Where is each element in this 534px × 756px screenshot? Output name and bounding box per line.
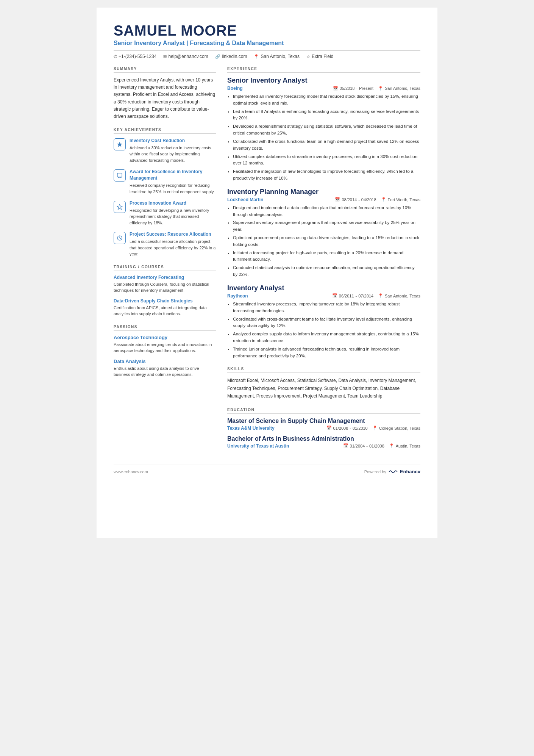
skills-section-title: SKILLS [227, 367, 420, 373]
cal-icon-edu-2: 📅 [343, 443, 348, 448]
contact-linkedin: 🔗 linkedin.com [215, 54, 247, 59]
footer-url: www.enhancv.com [114, 470, 148, 474]
enhancv-logo-icon [388, 469, 398, 475]
achievement-title-3: Process Innovation Award [130, 200, 216, 207]
bullet-1-2: Led a team of 8 Analysts in enhancing fo… [233, 108, 420, 122]
passion-title-2: Data Analysis [114, 358, 216, 364]
skills-text: Microsoft Excel, Microsoft Access, Stati… [227, 377, 420, 400]
right-column: EXPERIENCE Senior Inventory Analyst Boei… [227, 67, 420, 453]
cal-icon-3: 📅 [332, 293, 337, 298]
resume-header: SAMUEL MOORE Senior Inventory Analyst | … [114, 23, 420, 59]
job-bullets-2: Designed and implemented a data collecti… [233, 205, 420, 278]
edu-location-2: 📍 Austin, Texas [389, 443, 420, 448]
contact-extra: ☆ Extra Field [306, 54, 333, 59]
achievement-content-3: Process Innovation Award Recognized for … [130, 200, 216, 226]
candidate-title: Senior Inventory Analyst | Forecasting &… [114, 40, 420, 47]
edu-meta-1: Texas A&M University 📅 01/2008 - 01/2010… [227, 426, 420, 431]
job-company-1: Boeing [227, 86, 243, 91]
bullet-2-3: Optimized procurement process using data… [233, 235, 420, 248]
edu-item-2: Bachelor of Arts in Business Administrat… [227, 435, 420, 449]
achievement-title-1: Inventory Cost Reduction [130, 138, 216, 144]
job-bullets-3: Streamlined inventory processes, improvi… [233, 301, 420, 360]
cal-icon-1: 📅 [333, 86, 338, 91]
email-icon: ✉ [163, 54, 167, 59]
bullet-3-2: Coordinated with cross-department teams … [233, 316, 420, 330]
training-section-title: TRAINING / COURSES [114, 265, 216, 271]
edu-school-1: Texas A&M University [227, 426, 275, 431]
job-title-1: Senior Inventory Analyst [227, 77, 420, 85]
experience-section-title: EXPERIENCE [227, 67, 420, 73]
pin-icon-2: 📍 [381, 197, 386, 202]
footer-powered: Powered by Enhancv [364, 469, 420, 475]
edu-dates-location-1: 📅 01/2008 - 01/2010 📍 College Station, T… [326, 426, 420, 430]
job-dates-location-3: 📅 06/2011 - 07/2014 📍 San Antonio, Texas [332, 293, 420, 298]
passion-title-1: Aerospace Technology [114, 335, 216, 340]
candidate-name: SAMUEL MOORE [114, 23, 420, 39]
contact-bar: ✆ +1-(234)-555-1234 ✉ help@enhancv.com 🔗… [114, 50, 420, 59]
svg-marker-0 [117, 142, 122, 147]
star-icon: ☆ [306, 54, 310, 59]
job-title-3: Inventory Analyst [227, 284, 420, 292]
phone-icon: ✆ [114, 54, 117, 59]
passions-section-title: PASSIONS [114, 325, 216, 331]
edu-date-1: 📅 01/2008 - 01/2010 [326, 426, 368, 430]
pin-icon-edu-2: 📍 [389, 443, 394, 448]
edu-degree-2: Bachelor of Arts in Business Administrat… [227, 435, 420, 442]
bullet-1-6: Facilitated the integration of new techn… [233, 168, 420, 182]
contact-location: 📍 San Antonio, Texas [254, 54, 300, 59]
achievement-title-4: Project Success: Resource Allocation [130, 231, 216, 238]
job-company-2: Lockheed Martin [227, 197, 263, 202]
achievement-item-3: Process Innovation Award Recognized for … [114, 200, 216, 226]
edu-location-1: 📍 College Station, Texas [372, 426, 420, 430]
course-title-2: Data-Driven Supply Chain Strategies [114, 298, 216, 304]
achievement-content-4: Project Success: Resource Allocation Led… [130, 231, 216, 257]
bullet-1-1: Implemented an inventory forecasting mod… [233, 93, 420, 107]
edu-item-1: Master of Science in Supply Chain Manage… [227, 418, 420, 431]
svg-line-8 [120, 238, 121, 239]
achievement-icon-1 [114, 138, 126, 150]
achievement-icon-3 [114, 201, 126, 213]
contact-email: ✉ help@enhancv.com [163, 54, 208, 59]
job-3: Inventory Analyst Raytheon 📅 06/2011 - 0… [227, 284, 420, 360]
pin-icon-1: 📍 [378, 86, 383, 91]
location-icon: 📍 [254, 54, 259, 59]
job-meta-3: Raytheon 📅 06/2011 - 07/2014 📍 San Anton… [227, 293, 420, 299]
job-meta-2: Lockheed Martin 📅 08/2014 - 04/2018 📍 Fo… [227, 197, 420, 202]
summary-section-title: SUMMARY [114, 67, 216, 73]
achievement-content-1: Inventory Cost Reduction Achieved a 30% … [130, 138, 216, 163]
pin-icon-3: 📍 [378, 293, 383, 298]
svg-marker-5 [117, 204, 122, 210]
job-location-3: 📍 San Antonio, Texas [378, 293, 420, 298]
edu-degree-1: Master of Science in Supply Chain Manage… [227, 418, 420, 424]
achievement-desc-3: Recognized for developing a new inventor… [130, 207, 216, 226]
job-dates-location-2: 📅 08/2014 - 04/2018 📍 Fort Worth, Texas [335, 197, 420, 202]
bullet-1-5: Utilized complex databases to streamline… [233, 153, 420, 167]
achievement-desc-2: Received company recognition for reducin… [130, 182, 216, 195]
contact-phone: ✆ +1-(234)-555-1234 [114, 54, 156, 59]
brand-name: Enhancv [400, 469, 420, 474]
job-company-3: Raytheon [227, 293, 248, 299]
job-location-1: 📍 San Antonio, Texas [378, 86, 420, 91]
passion-desc-1: Passionate about emerging trends and inn… [114, 341, 216, 354]
cal-icon-edu-1: 📅 [326, 426, 332, 430]
achievement-item-4: Project Success: Resource Allocation Led… [114, 231, 216, 257]
achievement-item-2: Award for Excellence in Inventory Manage… [114, 169, 216, 195]
resume-document: SAMUEL MOORE Senior Inventory Analyst | … [97, 8, 437, 538]
job-dates-location-1: 📅 05/2018 - Present 📍 San Antonio, Texas [333, 86, 420, 91]
course-title-1: Advanced Inventory Forecasting [114, 275, 216, 280]
job-location-2: 📍 Fort Worth, Texas [381, 197, 420, 202]
bullet-2-5: Conducted statistical analysis to optimi… [233, 265, 420, 278]
achievement-item-1: Inventory Cost Reduction Achieved a 30% … [114, 138, 216, 163]
job-1: Senior Inventory Analyst Boeing 📅 05/201… [227, 77, 420, 182]
bullet-1-3: Developed a replenishment strategy using… [233, 123, 420, 137]
edu-dates-location-2: 📅 01/2004 - 01/2008 📍 Austin, Texas [343, 443, 420, 448]
course-desc-1: Completed through Coursera, focusing on … [114, 281, 216, 294]
pin-icon-edu-1: 📍 [372, 426, 378, 430]
left-column: SUMMARY Experienced Inventory Analyst wi… [114, 67, 216, 453]
summary-text: Experienced Inventory Analyst with over … [114, 77, 216, 120]
achievement-desc-1: Achieved a 30% reduction in inventory co… [130, 145, 216, 164]
bullet-2-4: Initiated a forecasting project for high… [233, 250, 420, 263]
achievement-content-2: Award for Excellence in Inventory Manage… [130, 169, 216, 195]
achievements-section-title: KEY ACHIEVEMENTS [114, 128, 216, 134]
achievement-icon-4 [114, 232, 126, 244]
